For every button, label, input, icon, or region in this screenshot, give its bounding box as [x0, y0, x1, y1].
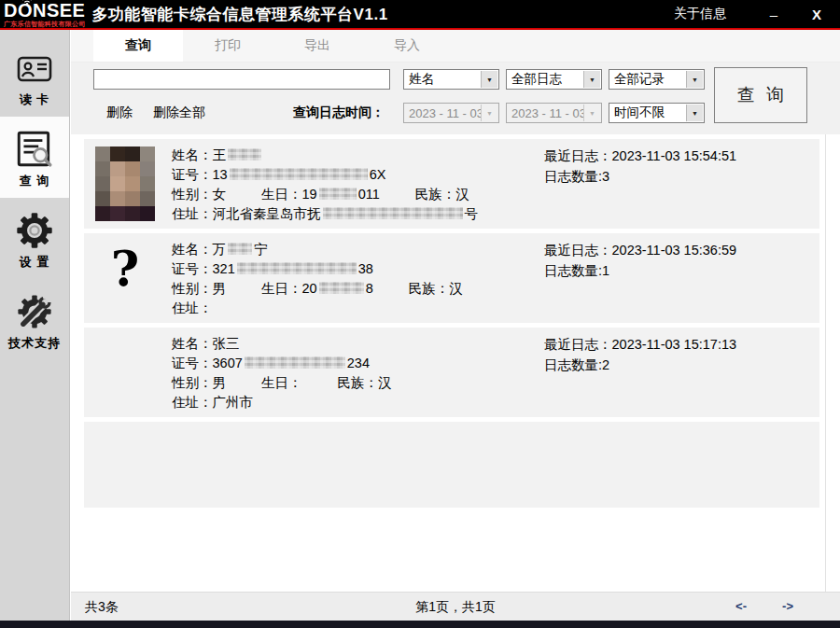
field-select-value: 姓名: [409, 71, 434, 88]
search-panel: 姓名 ▼ 全部日志 ▼ 全部记录 ▼ 查询 删除 删除全部 查询日志时间： 20…: [71, 63, 840, 135]
name-label: 姓名：: [172, 147, 213, 162]
delete-all-button[interactable]: 删除全部: [153, 105, 205, 121]
sidebar-item-label: 设 置: [0, 254, 69, 271]
id-value: 136X: [213, 167, 386, 182]
log-time-label: 查询日志时间：: [293, 105, 385, 121]
sidebar-item-read-card[interactable]: 读 卡: [0, 37, 69, 117]
app-title: 多功能智能卡综合信息管理系统平台V1.1: [92, 4, 388, 25]
date-to-value: 2023 - 11 - 03: [511, 106, 586, 120]
log-count-label: 日志数量:: [544, 263, 602, 278]
address-label: 住址：: [172, 395, 213, 410]
date-to-select[interactable]: 2023 - 11 - 03 ▼: [506, 103, 602, 123]
gear-icon: [14, 210, 55, 251]
minimize-button[interactable]: –: [767, 7, 780, 22]
birth-label: 生日：: [261, 281, 302, 296]
page-info: 第1页，共1页: [415, 599, 496, 616]
sidebar-item-settings[interactable]: 设 置: [0, 198, 69, 279]
birth-label: 生日：: [261, 375, 302, 390]
log-count-value: 1: [602, 263, 609, 278]
sidebar: 读 卡 查 询: [0, 30, 70, 621]
id-card-icon: [14, 49, 55, 89]
pagination-bar: 共3条 第1页，共1页 <- ->: [71, 592, 840, 621]
log-select[interactable]: 全部日志 ▼: [506, 69, 602, 90]
date-from-value: 2023 - 11 - 03: [409, 106, 483, 120]
records-list: 姓名：王 证号：136X 性别：女 生日：19011 民族：汉 住址：河北省秦皇…: [84, 139, 840, 417]
address-label: 住址：: [172, 300, 213, 315]
records-area: 姓名：王 证号：136X 性别：女 生日：19011 民族：汉 住址：河北省秦皇…: [71, 134, 840, 593]
delete-button[interactable]: 删除: [106, 105, 133, 121]
sidebar-item-support[interactable]: 技术支持: [0, 279, 69, 360]
name-value: 王: [213, 147, 264, 162]
sidebar-item-label: 查 询: [0, 173, 69, 189]
field-select[interactable]: 姓名 ▼: [403, 69, 499, 90]
record-row[interactable]: ? 姓名：万宁 证号：32138 性别：男 生日：208 民族：汉 住址： 最近…: [84, 233, 819, 323]
total-count: 共3条: [85, 599, 119, 616]
person-photo: [95, 334, 155, 411]
name-value: 张三: [213, 336, 240, 351]
record-log-info: 最近日志：2023-11-03 15:36:59 日志数量:1: [544, 240, 810, 318]
last-log-label: 最近日志：: [544, 243, 612, 258]
about-button[interactable]: 关于信息: [674, 6, 726, 22]
last-log-value: 2023-11-03 15:17:13: [612, 337, 737, 352]
birth-value: 19011: [302, 187, 380, 202]
ethnic-value: 汉: [455, 187, 469, 202]
record-select[interactable]: 全部记录 ▼: [609, 69, 705, 90]
last-log-label: 最近日志：: [544, 337, 612, 352]
address-label: 住址：: [172, 206, 213, 221]
gender-label: 性别：: [172, 281, 213, 296]
address-value: 河北省秦皇岛市抚号: [213, 206, 479, 221]
name-label: 姓名：: [172, 336, 213, 351]
log-count-value: 2: [602, 357, 609, 372]
tab-print[interactable]: 打印: [183, 30, 273, 62]
last-log-value: 2023-11-03 15:36:59: [612, 243, 737, 258]
sidebar-item-query[interactable]: 查 询: [0, 117, 69, 198]
last-log-label: 最近日志：: [544, 148, 612, 163]
id-label: 证号：: [172, 261, 213, 276]
record-log-info: 最近日志：2023-11-03 15:17:13 日志数量:2: [544, 334, 810, 412]
logo-company-name: 广东乐信智能科技有限公司: [4, 21, 86, 27]
panel-divider: [825, 134, 826, 593]
date-from-select[interactable]: 2023 - 11 - 03 ▼: [403, 103, 499, 123]
id-label: 证号：: [172, 356, 213, 370]
search-input[interactable]: [93, 69, 390, 90]
name-label: 姓名：: [172, 242, 213, 257]
sidebar-item-label: 技术支持: [0, 335, 69, 352]
record-fields: 姓名：王 证号：136X 性别：女 生日：19011 民族：汉 住址：河北省秦皇…: [172, 146, 544, 224]
record-select-value: 全部记录: [614, 71, 665, 88]
id-value: 3607234: [213, 356, 370, 370]
next-page-button[interactable]: ->: [782, 599, 793, 613]
close-button[interactable]: X: [810, 7, 823, 22]
address-value: 广州市: [213, 395, 254, 410]
pixelated-portrait: [95, 146, 155, 222]
chevron-down-icon: ▼: [583, 105, 600, 121]
time-range-select[interactable]: 时间不限 ▼: [609, 103, 705, 123]
prev-page-button[interactable]: <-: [735, 599, 747, 613]
record-row[interactable]: 姓名：张三 证号：3607234 性别：男 生日： 民族：汉 住址：广州市 最近…: [84, 328, 819, 417]
chevron-down-icon: ▼: [686, 71, 703, 88]
tab-query[interactable]: 查询: [93, 30, 183, 62]
query-button[interactable]: 查询: [714, 67, 807, 123]
person-photo: [95, 146, 155, 222]
ethnic-value: 汉: [378, 375, 392, 390]
id-label: 证号：: [172, 167, 213, 182]
title-bar: DONSEE 广东乐信智能科技有限公司 多功能智能卡综合信息管理系统平台V1.1…: [0, 0, 840, 30]
record-row[interactable]: 姓名：王 证号：136X 性别：女 生日：19011 民族：汉 住址：河北省秦皇…: [84, 139, 819, 229]
tab-import[interactable]: 导入: [362, 30, 452, 62]
record-fields: 姓名：张三 证号：3607234 性别：男 生日： 民族：汉 住址：广州市: [172, 334, 544, 412]
birth-value: 208: [302, 281, 373, 296]
log-count-value: 3: [602, 169, 609, 184]
birth-label: 生日：: [261, 187, 302, 202]
gender-value: 男: [213, 281, 227, 296]
chevron-down-icon: ▼: [686, 105, 703, 121]
id-value: 32138: [213, 261, 373, 276]
tools-icon: [14, 291, 55, 332]
gender-label: 性别：: [172, 187, 213, 202]
tab-bar: 查询 打印 导出 导入: [71, 30, 840, 63]
tab-export[interactable]: 导出: [273, 30, 362, 62]
log-count-label: 日志数量:: [544, 357, 602, 372]
record-fields: 姓名：万宁 证号：32138 性别：男 生日：208 民族：汉 住址：: [172, 240, 544, 318]
ethnic-value: 汉: [449, 281, 463, 296]
gender-label: 性别：: [172, 375, 213, 390]
gender-value: 女: [213, 187, 227, 202]
window-bottom-edge: [0, 621, 840, 628]
